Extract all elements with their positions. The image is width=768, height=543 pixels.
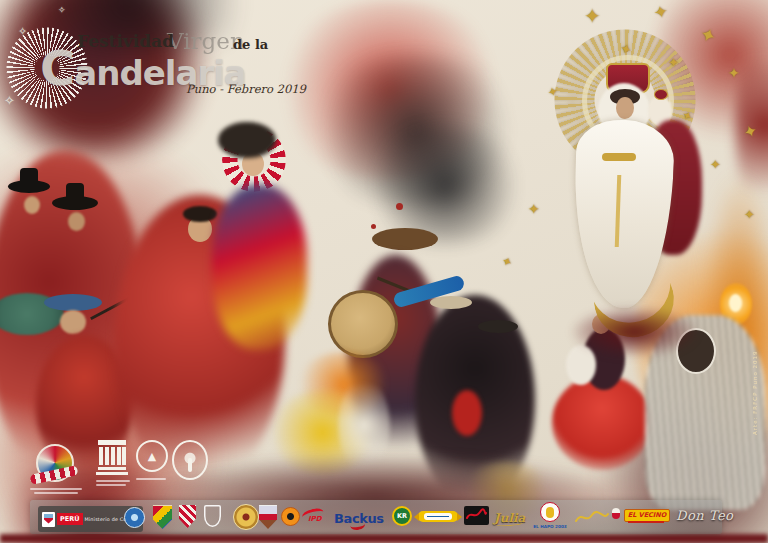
face-blob bbox=[68, 212, 85, 231]
el-vecino-wordmark: EL VECINO bbox=[628, 511, 666, 519]
intangible-heritage-emblem: ▲ bbox=[136, 440, 168, 472]
gold-star-icon: ✦ bbox=[744, 208, 755, 221]
poster-subtitle: Puno - Febrero 2019 bbox=[186, 82, 306, 96]
child-hat bbox=[430, 296, 472, 309]
emblem-figure bbox=[188, 458, 192, 472]
el-hapo-emblem bbox=[540, 502, 560, 522]
drummer-hat bbox=[372, 228, 438, 250]
red-accent bbox=[452, 390, 482, 436]
municipal-blue-crest bbox=[124, 507, 145, 528]
credit-text: Arte: FRFCP Puno 2019 bbox=[752, 425, 768, 444]
credit-line: Arte: FRFCP Puno 2019 bbox=[752, 350, 758, 435]
paint-splatter bbox=[396, 203, 403, 210]
julia-logo: Julia bbox=[494, 507, 528, 527]
festival-poster: ✦ ✦ ✦ ✦ ✦ ✦ ✦ ✦ ✦ ✦ ✦ ✦ ✦ ✧ ✧ ✧ Virgen F… bbox=[0, 0, 768, 543]
orange-round-logo bbox=[281, 507, 300, 526]
wash-center-smoke2 bbox=[360, 125, 530, 245]
silver-sparkle-icon: ✧ bbox=[4, 94, 15, 107]
don-teo-wordmark: Don Teo bbox=[676, 508, 733, 523]
caption-line bbox=[34, 492, 78, 494]
unesco-temple-icon bbox=[96, 438, 128, 476]
candle-flame-core bbox=[729, 294, 742, 312]
peru-wordmark: PERÚ bbox=[57, 513, 83, 526]
elder-face bbox=[60, 310, 86, 334]
silver-sparkle-icon: ✧ bbox=[58, 6, 66, 15]
gold-star-icon: ✦ bbox=[528, 202, 540, 216]
gold-university-emblem bbox=[233, 504, 259, 530]
gold-star-icon: ✦ bbox=[728, 66, 740, 80]
institutional-logos: ▲ bbox=[30, 436, 210, 496]
gold-star-icon: ✦ bbox=[668, 56, 679, 69]
el-vecino-logo: EL VECINO bbox=[624, 509, 670, 522]
dark-hat-figure bbox=[218, 122, 276, 158]
el-vecino-substrip bbox=[628, 521, 664, 523]
kr-wordmark: KR bbox=[397, 512, 407, 520]
woman-portrait-hair bbox=[183, 206, 217, 222]
white-outline-shield bbox=[204, 505, 221, 527]
black-hat-crown bbox=[66, 183, 84, 198]
caption-line bbox=[96, 484, 126, 486]
wash-bottom-edge bbox=[0, 534, 768, 543]
banner-arrow-left bbox=[414, 513, 419, 521]
caption-line bbox=[136, 478, 166, 480]
banner-logo bbox=[418, 511, 458, 522]
drum bbox=[328, 290, 398, 358]
paint-splatter bbox=[371, 224, 376, 229]
kr-logo: KR bbox=[392, 506, 412, 526]
gold-script-logo bbox=[574, 510, 610, 525]
banner-arrow-right bbox=[457, 513, 462, 521]
blue-hat-elder bbox=[44, 294, 102, 311]
ipd-wordmark: IPD bbox=[308, 515, 322, 523]
mascot-icon bbox=[612, 508, 620, 519]
virgin-statue bbox=[540, 25, 730, 355]
escudo-shape bbox=[44, 514, 53, 524]
banner-text-line bbox=[427, 516, 449, 518]
black-hat bbox=[52, 196, 98, 210]
el-hapo-figure bbox=[546, 507, 554, 518]
black-hat-crown bbox=[20, 168, 38, 182]
el-hapo-label: EL HAPO 2003 bbox=[532, 524, 568, 529]
feather-dancer-body bbox=[212, 185, 307, 350]
virgin-face bbox=[616, 97, 634, 119]
face-blob bbox=[24, 196, 40, 214]
caption-line bbox=[96, 480, 130, 482]
peru-coat-of-arms-icon bbox=[42, 512, 55, 527]
statue-base bbox=[572, 307, 697, 357]
gold-star-icon: ✦ bbox=[584, 6, 601, 26]
gold-star-icon: ✦ bbox=[710, 158, 721, 171]
caption-line bbox=[30, 488, 82, 490]
child-jesus-crown bbox=[654, 89, 668, 100]
child-hat bbox=[478, 320, 518, 333]
heritage-triangle-icon: ▲ bbox=[148, 450, 156, 463]
gold-belt bbox=[602, 153, 636, 161]
ipd-logo: IPD bbox=[302, 507, 328, 527]
red-script-black-logo bbox=[464, 506, 489, 525]
el-hapo-logo: EL HAPO 2003 bbox=[532, 502, 568, 532]
gold-star-icon: ✦ bbox=[500, 254, 514, 269]
red-script-glyph bbox=[464, 506, 489, 525]
backus-logo: Backus bbox=[334, 508, 386, 528]
